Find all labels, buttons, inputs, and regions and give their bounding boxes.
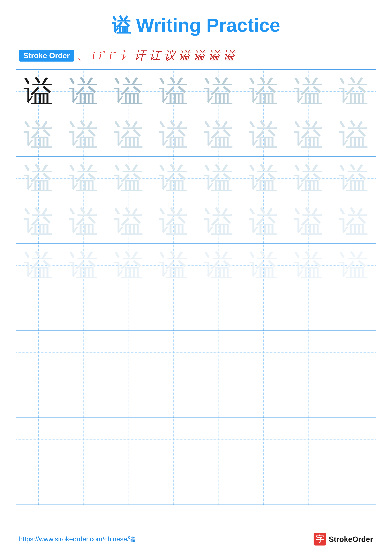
grid-cell-empty[interactable] [61,418,106,461]
grid-cell[interactable]: 谥 [196,200,241,244]
grid-cell-empty[interactable] [151,374,196,418]
character-display: 谥 [158,249,188,282]
grid-cell[interactable]: 谥 [286,200,331,244]
grid-cell[interactable]: 谥 [151,113,196,157]
grid-cell-empty[interactable] [61,287,106,331]
grid-cell-empty[interactable] [196,287,241,331]
grid-cell-empty[interactable] [151,418,196,461]
grid-cell-empty[interactable] [61,374,106,418]
character-display: 谥 [158,118,188,152]
grid-cell[interactable]: 谥 [286,157,331,200]
grid-cell-empty[interactable] [286,461,331,505]
grid-cell[interactable]: 谥 [16,70,61,113]
grid-cell[interactable]: 谥 [196,113,241,157]
grid-cell[interactable]: 谥 [61,113,106,157]
grid-cell-empty[interactable] [151,287,196,331]
grid-cell[interactable]: 谥 [151,157,196,200]
grid-cell-empty[interactable] [151,461,196,505]
grid-cell-empty[interactable] [196,418,241,461]
grid-cell[interactable]: 谥 [331,70,376,113]
grid-cell-empty[interactable] [196,374,241,418]
grid-cell[interactable]: 谥 [106,200,151,244]
character-display: 谥 [339,118,369,152]
grid-cell[interactable]: 谥 [286,244,331,287]
grid-cell[interactable]: 谥 [286,70,331,113]
grid-cell-empty[interactable] [286,331,331,374]
grid-cell-empty[interactable] [61,461,106,505]
grid-cell[interactable]: 谥 [106,70,151,113]
grid-cell[interactable]: 谥 [241,113,286,157]
grid-cell[interactable]: 谥 [196,244,241,287]
grid-cell-empty[interactable] [106,461,151,505]
grid-cell[interactable]: 谥 [286,113,331,157]
grid-cell-empty[interactable] [16,331,61,374]
grid-cell[interactable]: 谥 [106,113,151,157]
grid-cell[interactable]: 谥 [61,244,106,287]
character-display: 谥 [114,249,143,282]
stroke-order-badge: Stroke Order [19,50,74,62]
stroke-char-5: 讠 [119,48,131,63]
character-display: 谥 [23,249,53,282]
character-display: 谥 [204,118,234,152]
grid-cell-empty[interactable] [196,331,241,374]
grid-cell[interactable]: 谥 [61,200,106,244]
grid-cell-empty[interactable] [16,461,61,505]
grid-cell[interactable]: 谥 [241,244,286,287]
grid-cell-empty[interactable] [16,418,61,461]
grid-cell[interactable]: 谥 [151,200,196,244]
footer-url[interactable]: https://www.strokeorder.com/chinese/谥 [19,535,136,544]
grid-cell-empty[interactable] [16,287,61,331]
grid-cell[interactable]: 谥 [16,200,61,244]
character-display: 谥 [293,118,324,152]
grid-cell[interactable]: 谥 [61,157,106,200]
grid-cell-empty[interactable] [106,418,151,461]
grid-cell-empty[interactable] [106,331,151,374]
grid-cell-empty[interactable] [241,374,286,418]
grid-cell-empty[interactable] [286,374,331,418]
grid-cell[interactable]: 谥 [151,70,196,113]
grid-cell[interactable]: 谥 [331,244,376,287]
character-display: 谥 [339,249,369,282]
footer: https://www.strokeorder.com/chinese/谥 字 … [0,533,392,546]
character-display: 谥 [204,162,234,195]
grid-cell-empty[interactable] [241,287,286,331]
grid-cell[interactable]: 谥 [331,157,376,200]
grid-cell[interactable]: 谥 [196,157,241,200]
grid-cell[interactable]: 谥 [61,70,106,113]
grid-cell-empty[interactable] [106,287,151,331]
grid-cell-empty[interactable] [286,287,331,331]
stroke-chars-container: 、 i i` i˘ 讠 讦 讧 议 谥 谥 谥 谥 [77,48,235,63]
grid-cell-empty[interactable] [331,418,376,461]
grid-cell-empty[interactable] [331,374,376,418]
character-display: 谥 [204,75,234,108]
grid-cell-empty[interactable] [331,331,376,374]
character-display: 谥 [158,205,188,239]
grid-cell-empty[interactable] [16,374,61,418]
grid-cell-empty[interactable] [241,331,286,374]
grid-cell[interactable]: 谥 [106,157,151,200]
grid-cell[interactable]: 谥 [241,70,286,113]
grid-cell[interactable]: 谥 [241,157,286,200]
character-display: 谥 [249,249,278,282]
grid-cell[interactable]: 谥 [196,70,241,113]
grid-cell-empty[interactable] [331,461,376,505]
character-display: 谥 [158,75,188,108]
grid-cell-empty[interactable] [151,331,196,374]
grid-cell-empty[interactable] [61,331,106,374]
grid-cell-empty[interactable] [241,418,286,461]
grid-cell[interactable]: 谥 [16,157,61,200]
grid-cell[interactable]: 谥 [241,200,286,244]
grid-cell-empty[interactable] [286,418,331,461]
grid-cell[interactable]: 谥 [16,244,61,287]
grid-cell[interactable]: 谥 [331,113,376,157]
grid-cell-empty[interactable] [331,287,376,331]
grid-cell-empty[interactable] [241,461,286,505]
grid-cell[interactable]: 谥 [151,244,196,287]
character-display: 谥 [249,118,278,152]
stroke-char-10: 谥 [194,48,205,63]
grid-cell[interactable]: 谥 [16,113,61,157]
grid-cell[interactable]: 谥 [331,200,376,244]
grid-cell[interactable]: 谥 [106,244,151,287]
grid-cell-empty[interactable] [106,374,151,418]
grid-cell-empty[interactable] [196,461,241,505]
